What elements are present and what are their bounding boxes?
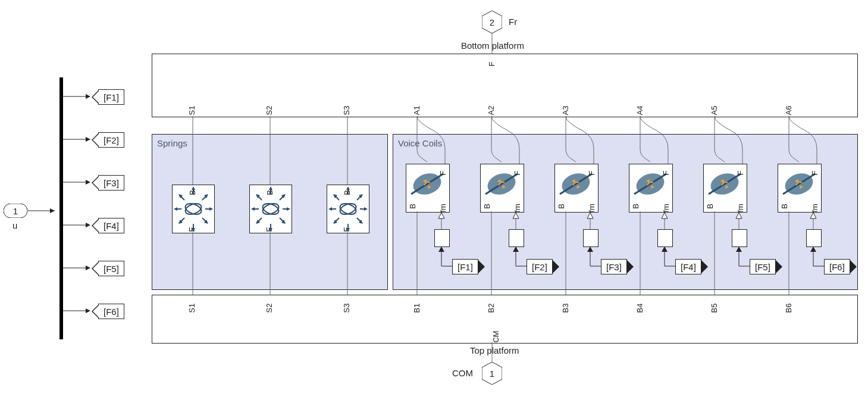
outport-fr-num: 2 [490, 17, 494, 27]
top-port-s3: S3 [342, 106, 351, 116]
bot-port-s2: S2 [265, 304, 274, 313]
svg-point-10 [261, 202, 280, 217]
vc4-b: B [631, 204, 640, 209]
from-f4[interactable]: [F4] [675, 259, 701, 274]
conv-3[interactable] [583, 229, 598, 247]
spring-2-f: F [265, 227, 274, 232]
bot-port-s1: S1 [187, 304, 196, 313]
bot-port-s3: S3 [342, 304, 351, 313]
vc2-fm: fm [513, 204, 522, 212]
from-f1[interactable]: [F1] [452, 259, 478, 274]
vc4-f: F [662, 171, 670, 176]
svg-point-21 [339, 202, 358, 217]
bot-port-b3: B3 [561, 304, 570, 313]
vc2-f: F [513, 171, 522, 176]
top-port-a6: A6 [784, 106, 793, 116]
svg-point-0 [184, 202, 203, 217]
vc6-f: F [810, 171, 819, 176]
conn-com[interactable]: 1 [482, 362, 502, 385]
conn-com-label: COM [452, 368, 473, 378]
svg-point-1 [184, 202, 203, 217]
bot-port-b4: B4 [635, 304, 644, 313]
conv-2[interactable] [509, 229, 524, 247]
from-f3[interactable]: [F3] [601, 259, 627, 274]
top-port-s2: S2 [265, 106, 274, 116]
from-f5[interactable]: [F5] [750, 259, 776, 274]
vc1-b: B [408, 204, 417, 209]
goto-f2[interactable]: [F2] [98, 132, 124, 148]
from-f6[interactable]: [F6] [824, 259, 850, 274]
conv-6[interactable] [806, 229, 822, 247]
vc1-f: F [438, 171, 447, 176]
goto-f4[interactable]: [F4] [98, 218, 124, 233]
goto-f3[interactable]: [F3] [98, 175, 124, 191]
svg-line-8 [180, 218, 184, 223]
top-platform-block[interactable] [152, 295, 858, 344]
top-port-a1: A1 [412, 106, 421, 116]
svg-line-9 [202, 218, 207, 223]
vc4-fm: fm [662, 204, 670, 212]
vc1-fm: fm [438, 204, 447, 212]
vc2-b: B [482, 204, 491, 209]
spring-1-f: F [187, 227, 196, 232]
svg-line-27 [357, 195, 362, 200]
spring-3-f: F [342, 227, 351, 232]
conn-com-num: 1 [490, 369, 494, 379]
top-port-a2: A2 [487, 106, 496, 116]
vc3-f: F [587, 171, 596, 176]
spring-2-b: B [265, 190, 274, 195]
conv-1[interactable] [434, 229, 450, 247]
top-platform-port-cm: CM [491, 330, 500, 342]
svg-line-19 [280, 218, 284, 223]
goto-f1[interactable]: [F1] [98, 89, 124, 105]
spring-1-b: B [188, 190, 197, 195]
vc6-fm: fm [810, 204, 819, 212]
bus-bar [59, 77, 63, 339]
svg-line-17 [280, 195, 284, 200]
svg-line-18 [257, 218, 262, 223]
bot-port-b1: B1 [412, 304, 421, 313]
top-port-a3: A3 [561, 106, 570, 116]
bottom-platform-title: Bottom platform [461, 40, 524, 51]
vc5-fm: fm [736, 204, 745, 212]
svg-line-29 [357, 218, 362, 223]
outport-fr[interactable]: 2 [482, 11, 502, 33]
conv-4[interactable] [657, 229, 673, 247]
svg-line-26 [334, 195, 339, 200]
vc5-f: F [736, 171, 745, 176]
inport-u-label: u [12, 220, 17, 230]
bottom-platform-block[interactable] [152, 54, 858, 117]
top-port-s1: S1 [187, 106, 196, 116]
goto-f5[interactable]: [F5] [98, 261, 124, 276]
vc6-b: B [780, 204, 789, 209]
inport-u[interactable]: 1 [4, 204, 27, 218]
voicecoils-area-title: Voice Coils [398, 138, 442, 148]
conv-5[interactable] [732, 229, 747, 247]
svg-point-11 [261, 202, 280, 217]
vc5-b: B [706, 204, 715, 209]
bot-port-b2: B2 [487, 304, 496, 313]
vc3-b: B [557, 204, 566, 209]
svg-point-20 [339, 202, 358, 217]
top-platform-title: Top platform [470, 345, 519, 355]
from-f2[interactable]: [F2] [527, 259, 553, 274]
goto-f6[interactable]: [F6] [98, 304, 124, 319]
spring-3-b: B [343, 190, 352, 195]
svg-line-16 [257, 195, 262, 200]
springs-area-title: Springs [157, 138, 187, 148]
top-port-a4: A4 [635, 106, 644, 116]
top-port-a5: A5 [710, 106, 719, 116]
svg-line-7 [202, 195, 207, 200]
bottom-platform-port-f: F [487, 62, 496, 67]
outport-fr-label: Fr [509, 17, 517, 27]
bot-port-b6: B6 [784, 304, 793, 313]
svg-line-28 [334, 218, 339, 223]
bot-port-b5: B5 [710, 304, 719, 313]
svg-line-6 [180, 195, 184, 200]
inport-u-num: 1 [13, 206, 18, 216]
vc3-fm: fm [587, 204, 596, 212]
